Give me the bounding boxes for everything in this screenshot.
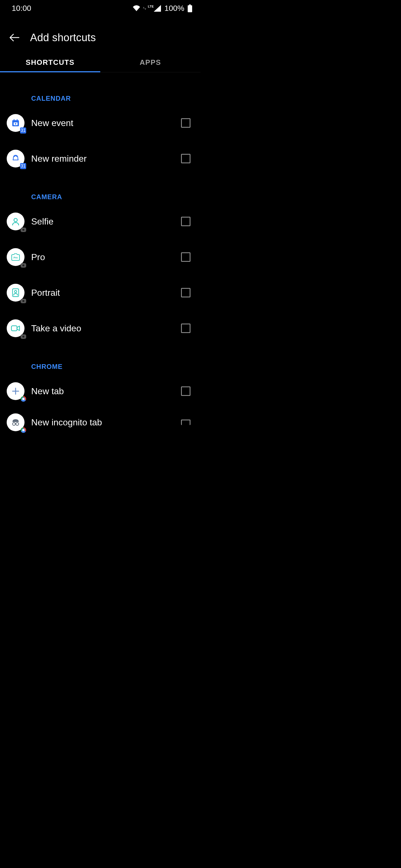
checkbox-new-event[interactable] xyxy=(181,118,191,128)
reminder-icon: 31 xyxy=(7,150,25,167)
svg-rect-5 xyxy=(13,119,15,121)
section-header-calendar: CALENDAR xyxy=(0,72,200,105)
page-title: Add shortcuts xyxy=(30,32,96,44)
status-bar: 10:00 LTE 100% xyxy=(0,0,200,17)
row-label: Pro xyxy=(31,252,181,262)
arrow-left-icon xyxy=(9,33,20,42)
tabs: SHORTCUTS APPS xyxy=(0,53,200,72)
camera-badge-icon xyxy=(21,227,26,232)
shortcut-row-new-event[interactable]: 31 New event xyxy=(0,105,200,141)
checkbox-new-tab[interactable] xyxy=(181,386,191,396)
row-label: Take a video xyxy=(31,323,181,334)
tab-apps-label: APPS xyxy=(140,58,161,67)
camera-badge-icon xyxy=(21,263,26,268)
checkbox-incognito-tab[interactable] xyxy=(181,420,191,425)
svg-point-14 xyxy=(12,423,15,425)
back-button[interactable] xyxy=(8,31,21,44)
svg-rect-11 xyxy=(11,326,17,331)
header: Add shortcuts xyxy=(0,22,200,53)
incognito-icon xyxy=(7,413,25,431)
selfie-icon xyxy=(7,213,25,230)
svg-point-4 xyxy=(15,123,17,125)
battery-icon xyxy=(188,4,192,12)
tab-shortcuts[interactable]: SHORTCUTS xyxy=(0,53,100,72)
calendar-badge-icon: 31 xyxy=(20,163,26,169)
row-label: New event xyxy=(31,118,181,128)
row-label: New reminder xyxy=(31,154,181,164)
shortcut-row-incognito-tab[interactable]: New incognito tab xyxy=(0,409,200,436)
signal-icon xyxy=(154,5,161,12)
shortcut-row-pro[interactable]: Pro Pro xyxy=(0,239,200,275)
row-label: New tab xyxy=(31,386,181,397)
tab-apps[interactable]: APPS xyxy=(100,53,200,72)
wifi-icon xyxy=(132,5,141,12)
calendar-event-icon: 31 xyxy=(7,114,25,132)
svg-text:Pro: Pro xyxy=(13,256,18,259)
shortcut-row-selfie[interactable]: Selfie xyxy=(0,204,200,239)
battery-text: 100% xyxy=(164,4,184,13)
checkbox-portrait[interactable] xyxy=(181,288,191,298)
svg-point-7 xyxy=(14,218,17,222)
svg-rect-1 xyxy=(189,4,191,6)
video-icon xyxy=(7,319,25,337)
row-label: Portrait xyxy=(31,288,181,298)
camera-badge-icon xyxy=(21,299,26,303)
shortcut-row-new-reminder[interactable]: 31 New reminder xyxy=(0,141,200,176)
chrome-badge-icon xyxy=(21,427,26,433)
status-right: LTE 100% xyxy=(132,4,192,13)
lte-label: LTE xyxy=(148,5,154,8)
checkbox-new-reminder[interactable] xyxy=(181,154,191,163)
section-header-chrome: CHROME xyxy=(0,346,200,373)
pro-icon: Pro xyxy=(7,248,25,266)
row-label: New incognito tab xyxy=(31,417,181,428)
wifi-arrows-icon xyxy=(143,5,146,12)
checkbox-selfie[interactable] xyxy=(181,217,191,226)
svg-point-15 xyxy=(16,423,19,425)
shortcut-row-take-video[interactable]: Take a video xyxy=(0,310,200,346)
svg-point-10 xyxy=(15,290,17,293)
svg-rect-0 xyxy=(188,5,192,12)
portrait-icon xyxy=(7,284,25,302)
calendar-badge-icon: 31 xyxy=(20,127,26,133)
new-tab-icon xyxy=(7,382,25,400)
checkbox-pro[interactable] xyxy=(181,252,191,262)
section-header-camera: CAMERA xyxy=(0,176,200,204)
tab-shortcuts-label: SHORTCUTS xyxy=(26,58,74,67)
svg-rect-6 xyxy=(17,119,18,121)
camera-badge-icon xyxy=(21,334,26,339)
checkbox-take-video[interactable] xyxy=(181,323,191,333)
chrome-badge-icon xyxy=(21,396,26,402)
shortcut-row-new-tab[interactable]: New tab xyxy=(0,373,200,409)
status-time: 10:00 xyxy=(12,4,31,13)
row-label: Selfie xyxy=(31,216,181,227)
shortcut-row-portrait[interactable]: Portrait xyxy=(0,275,200,310)
